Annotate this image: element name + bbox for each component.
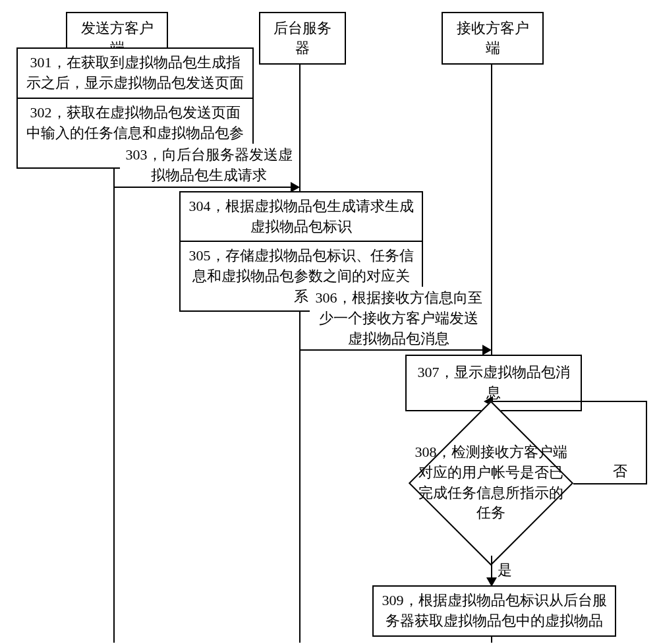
step-308-text: 308，检测接收方客户端对应的用户帐号是否已完成任务信息所指示的任务 xyxy=(412,442,570,523)
yes-line-v xyxy=(491,556,492,579)
no-label: 否 xyxy=(613,461,627,481)
step-306: 306，根据接收方信息向至少一个接收方客户端发送虚拟物品包消息 xyxy=(310,287,488,350)
step-304: 304，根据虚拟物品包生成请求生成虚拟物品包标识 xyxy=(179,191,423,243)
step-307-text: 307，显示虚拟物品包消息 xyxy=(418,364,570,401)
step-307: 307，显示虚拟物品包消息 xyxy=(405,355,582,411)
no-line-h xyxy=(573,483,647,484)
step-306-text: 306，根据接收方信息向至少一个接收方客户端发送虚拟物品包消息 xyxy=(316,289,482,347)
loop-back-top-h xyxy=(492,401,647,402)
arrow-303-line xyxy=(114,187,291,188)
step-301-text: 301，在获取到虚拟物品包生成指示之后，显示虚拟物品包发送页面 xyxy=(26,54,244,91)
actor-receiver-label: 接收方客户端 xyxy=(457,20,529,56)
step-301: 301，在获取到虚拟物品包生成指示之后，显示虚拟物品包发送页面 xyxy=(16,47,254,99)
step-303-text: 303，向后台服务器发送虚拟物品包生成请求 xyxy=(126,146,293,183)
arrow-306-head xyxy=(482,345,492,355)
step-303: 303，向后台服务器发送虚拟物品包生成请求 xyxy=(120,144,298,187)
step-304-text: 304，根据虚拟物品包生成请求生成虚拟物品包标识 xyxy=(189,198,414,235)
step-309: 309，根据虚拟物品包标识从后台服务器获取虚拟物品包中的虚拟物品 xyxy=(372,585,616,637)
actor-server-label: 后台服务器 xyxy=(273,20,331,56)
lifeline-server xyxy=(299,40,301,643)
no-line-v xyxy=(646,401,647,484)
arrow-306-line xyxy=(300,349,482,351)
step-308: 308，检测接收方客户端对应的用户帐号是否已完成任务信息所指示的任务 xyxy=(399,411,583,556)
step-309-text: 309，根据虚拟物品包标识从后台服务器获取虚拟物品包中的虚拟物品 xyxy=(382,592,607,629)
actor-server: 后台服务器 xyxy=(259,12,346,65)
actor-receiver: 接收方客户端 xyxy=(442,12,544,65)
yes-label: 是 xyxy=(498,560,512,580)
